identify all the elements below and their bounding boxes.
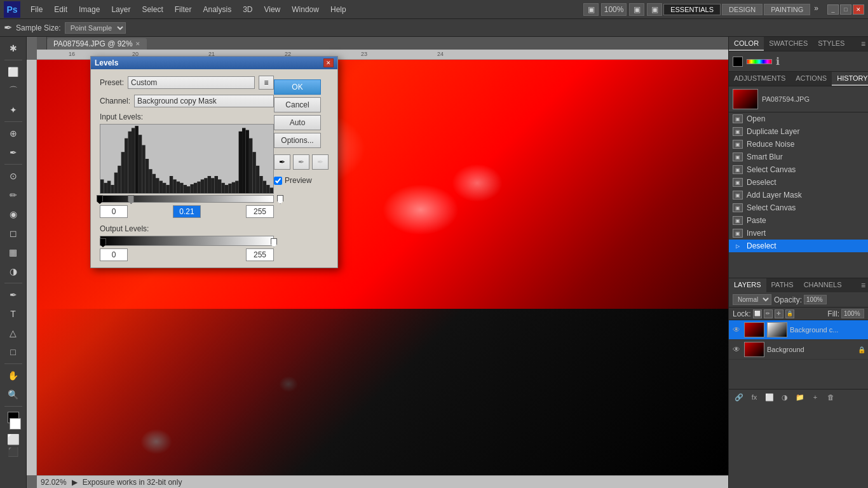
menu-filter[interactable]: Filter	[170, 4, 197, 15]
history-item[interactable]: ▣ Paste	[729, 214, 868, 227]
history-item[interactable]: ▣ Select Canvas	[729, 163, 868, 176]
tab-layers[interactable]: LAYERS	[729, 278, 766, 292]
menu-edit[interactable]: Edit	[49, 4, 72, 15]
menu-help[interactable]: Help	[325, 4, 351, 15]
tab-styles[interactable]: STYLES	[813, 37, 850, 51]
tool-pen[interactable]: ✒	[3, 286, 24, 304]
input-black-value[interactable]	[100, 205, 128, 218]
toolbar-icon-2[interactable]: ▣	[629, 3, 644, 16]
add-group-button[interactable]: 📁	[794, 391, 806, 403]
preset-menu-button[interactable]: ≡	[259, 76, 274, 90]
tool-hand[interactable]: ✋	[3, 367, 24, 384]
add-adjustment-button[interactable]: ◑	[778, 391, 791, 403]
history-item[interactable]: ▣ Invert	[729, 227, 868, 240]
quick-mask[interactable]: ⬜	[7, 433, 20, 445]
tool-path[interactable]: △	[3, 324, 24, 342]
link-layers-button[interactable]: 🔗	[733, 391, 745, 403]
history-item[interactable]: ▣ Deselect	[729, 176, 868, 189]
lock-image[interactable]: ✏	[764, 309, 773, 318]
ok-button[interactable]: OK	[274, 79, 321, 95]
tab-channels[interactable]: CHANNELS	[799, 278, 847, 292]
toolbar-icon-3[interactable]: ▣	[647, 3, 662, 16]
layers-menu-icon[interactable]: ≡	[858, 278, 868, 292]
menu-select[interactable]: Select	[137, 4, 168, 15]
menu-image[interactable]: Image	[74, 4, 105, 15]
mode-more[interactable]: »	[811, 4, 821, 15]
dialog-close-button[interactable]: ✕	[323, 58, 334, 67]
tab-paths[interactable]: PATHS	[766, 278, 799, 292]
tool-eraser[interactable]: ◻	[3, 224, 24, 242]
lock-all[interactable]: 🔒	[785, 309, 794, 318]
menu-window[interactable]: Window	[287, 4, 324, 15]
add-style-button[interactable]: fx	[748, 391, 761, 403]
history-item-active[interactable]: ▷ Deselect	[729, 240, 868, 252]
input-mid-value[interactable]	[173, 205, 201, 218]
preview-checkbox[interactable]	[274, 177, 282, 185]
panel-menu-icon[interactable]: ≡	[858, 37, 868, 51]
info-icon[interactable]: ℹ	[776, 55, 780, 67]
history-item[interactable]: ▣ Duplicate Layer	[729, 125, 868, 138]
tool-dodge[interactable]: ◑	[3, 262, 24, 280]
tool-crop[interactable]: ⊕	[3, 125, 24, 142]
fill-input[interactable]	[841, 309, 864, 318]
cancel-button[interactable]: Cancel	[274, 97, 321, 112]
gray-eyedropper[interactable]: ✒	[293, 154, 309, 170]
add-layer-button[interactable]: +	[809, 391, 822, 403]
tool-eyedropper[interactable]: ✒	[3, 144, 24, 161]
color-foreground[interactable]	[733, 57, 743, 67]
lock-transparent[interactable]: ⬜	[753, 309, 762, 318]
menu-analysis[interactable]: Analysis	[198, 4, 236, 15]
output-black-value[interactable]	[100, 248, 128, 261]
tool-move[interactable]: ✱	[3, 39, 24, 57]
maximize-button[interactable]: □	[840, 4, 851, 15]
tool-marquee[interactable]: ⬜	[3, 63, 24, 81]
mode-essentials[interactable]: ESSENTIALS	[663, 4, 721, 15]
channel-select[interactable]: Background copy Mask	[134, 95, 274, 107]
add-mask-button[interactable]: ⬜	[763, 391, 776, 403]
input-white-slider[interactable]	[277, 195, 283, 204]
tab-adjustments[interactable]: ADJUSTMENTS	[729, 72, 790, 86]
black-eyedropper[interactable]: ✒	[274, 154, 290, 170]
tool-brush[interactable]: ✏	[3, 186, 24, 204]
sample-size-select[interactable]: Point Sample	[65, 22, 126, 34]
layer-item-background-copy[interactable]: 👁 Background c...	[729, 320, 868, 340]
history-item[interactable]: ▣ Smart Blur	[729, 151, 868, 163]
tool-shape[interactable]: □	[3, 343, 24, 361]
input-white-value[interactable]	[246, 205, 274, 218]
tab-color[interactable]: COLOR	[729, 37, 764, 51]
tool-lasso[interactable]: ⌒	[3, 82, 24, 100]
tab-history[interactable]: HISTORY	[832, 72, 868, 86]
tab-close-icon[interactable]: ✕	[135, 41, 140, 47]
tool-stamp[interactable]: ◉	[3, 205, 24, 223]
status-arrow[interactable]: ▶	[72, 478, 78, 487]
tab-actions[interactable]: ACTIONS	[790, 72, 832, 86]
white-eyedropper[interactable]: ✒	[312, 154, 329, 170]
auto-button[interactable]: Auto	[274, 115, 321, 130]
blend-mode-select[interactable]: Normal	[733, 294, 771, 305]
tool-heal[interactable]: ⊙	[3, 167, 24, 185]
color-spectrum[interactable]	[747, 59, 772, 64]
mode-design[interactable]: DESIGN	[722, 4, 763, 15]
delete-layer-button[interactable]: 🗑	[824, 391, 837, 403]
options-button[interactable]: Options...	[274, 133, 321, 148]
layer-item-background[interactable]: 👁 Background 🔒	[729, 340, 868, 360]
close-button[interactable]: ✕	[853, 4, 864, 15]
history-item[interactable]: ▣ Open	[729, 112, 868, 125]
tool-gradient[interactable]: ▦	[3, 243, 24, 261]
menu-3d[interactable]: 3D	[238, 4, 257, 15]
canvas-tab[interactable]: PA087594.JPG @ 92% ✕	[47, 38, 147, 50]
history-item[interactable]: ▣ Reduce Noise	[729, 138, 868, 151]
layer-visibility-2[interactable]: 👁	[731, 344, 742, 355]
minimize-button[interactable]: _	[827, 4, 839, 15]
output-white-value[interactable]	[246, 248, 274, 261]
menu-file[interactable]: File	[25, 4, 48, 15]
background-color[interactable]	[10, 418, 21, 430]
mode-painting[interactable]: PAINTING	[764, 4, 810, 15]
layer-visibility-1[interactable]: 👁	[731, 325, 742, 335]
menu-view[interactable]: View	[259, 4, 285, 15]
toolbar-icon-1[interactable]: ▣	[583, 3, 599, 16]
screen-mode[interactable]: ⬛	[8, 447, 18, 457]
tool-type[interactable]: T	[3, 305, 24, 323]
tab-swatches[interactable]: SWATCHES	[764, 37, 813, 51]
history-item[interactable]: ▣ Select Canvas	[729, 201, 868, 214]
